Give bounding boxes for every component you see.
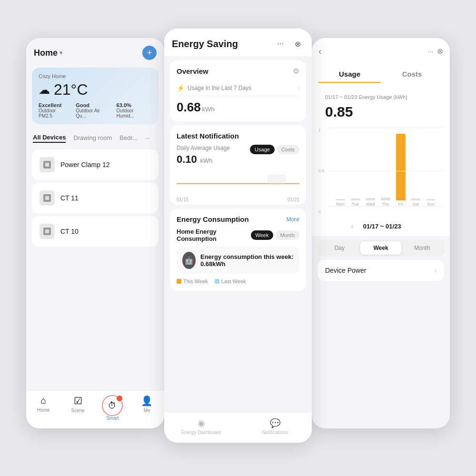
scene-nav-icon: ☑: [74, 395, 82, 407]
chart-section: 01/17 ~ 01/23 Energy Usage (kWh) 0.85 1 …: [312, 87, 450, 216]
header-actions: ··· ⊗: [427, 47, 443, 56]
svg-rect-7: [268, 175, 286, 184]
bar-thu: Thu: [381, 198, 390, 207]
close-icon[interactable]: ⊗: [437, 47, 443, 56]
ec-header: Energy Consumption More: [177, 215, 299, 223]
device-power-label: Device Power: [325, 267, 366, 274]
tab-costs[interactable]: Costs: [381, 66, 443, 83]
prev-period-button[interactable]: ‹: [351, 222, 353, 230]
date-range-label: 01/17 ~ 01/23 Energy Usage (kWh): [318, 90, 443, 102]
grid-line-mid: [328, 171, 443, 171]
add-button[interactable]: +: [142, 46, 157, 60]
costs-button[interactable]: Costs: [277, 145, 299, 154]
bar-chart: 1 0.5 0 Mon Tue: [318, 126, 443, 216]
nav-home[interactable]: ⌂ Home: [26, 395, 61, 421]
period-selector: Day Week Month: [317, 240, 444, 256]
mini-chart: 01/15 01/21: [177, 169, 299, 198]
tab-more[interactable]: ···: [145, 134, 150, 142]
device-ct11[interactable]: CT 11: [32, 183, 159, 213]
bar-sat: Sat: [411, 198, 420, 207]
home-dropdown-icon[interactable]: ▾: [60, 50, 62, 56]
y-label-1: 1: [318, 128, 325, 132]
legend-row: This Week Last Week: [177, 278, 299, 284]
more-options-button[interactable]: ···: [274, 37, 287, 50]
scene-nav-label: Scene: [71, 408, 85, 413]
more-link[interactable]: More: [287, 216, 299, 223]
ec-title: Energy Consumption: [177, 215, 249, 223]
nav-scene[interactable]: ☑ Scene: [61, 395, 96, 421]
me-nav-label: Me: [144, 408, 150, 413]
month-period-button[interactable]: Month: [401, 241, 443, 255]
temperature-value: 21°C: [54, 81, 88, 99]
tab-usage[interactable]: Usage: [318, 66, 381, 83]
weather-card: Cozy Home ☁ 21°C Excellent Outdoor PM2.5…: [32, 68, 159, 124]
nav-me[interactable]: 👤 Me: [130, 395, 165, 421]
usage-costs-tabs: Usage Costs: [312, 62, 450, 87]
svg-rect-3: [45, 196, 49, 200]
bar-sat-rect: [411, 198, 420, 200]
device-name-3: CT 10: [60, 228, 79, 235]
dashboard-icon: ◉: [198, 418, 205, 428]
device-name-1: Power Clamp 12: [60, 161, 110, 169]
home-title-text: Home: [34, 48, 58, 58]
last-week-dot: [215, 279, 219, 284]
bar-sun-rect: [426, 199, 436, 200]
bar-thu-rect: [381, 198, 390, 200]
notifications-nav[interactable]: 💬 Notifications: [238, 418, 312, 435]
energy-dashboard-nav[interactable]: ◉ Energy Dashboard: [164, 418, 238, 435]
tab-bedroom[interactable]: Bedr...: [119, 134, 138, 142]
week-period-button[interactable]: Week: [360, 241, 402, 255]
cloud-icon: ☁: [39, 83, 50, 97]
usage-kwh-value: 0.68: [177, 100, 201, 114]
close-button[interactable]: ⊗: [291, 37, 304, 50]
daily-unit: kWh: [198, 157, 213, 164]
bar-wed-rect: [366, 198, 375, 200]
notifications-icon: 💬: [270, 418, 280, 428]
nav-smart[interactable]: ⏱ Smart: [95, 395, 130, 421]
tab-all-devices[interactable]: All Devices: [33, 134, 66, 143]
robot-icon: 🤖: [182, 252, 196, 269]
back-button[interactable]: ‹: [318, 46, 322, 57]
device-power-row[interactable]: Device Power ›: [317, 260, 444, 281]
day-period-button[interactable]: Day: [319, 241, 360, 255]
device-icon-3: [40, 224, 55, 239]
notification-row: Daily Average Usage 0.10 kWh Usage Costs: [177, 145, 299, 166]
overview-title: Overview: [177, 67, 208, 75]
usage-7days-row[interactable]: ⚡ Usage in the Last 7 Days ›: [177, 80, 299, 96]
daily-value: 0.10: [177, 153, 197, 165]
month-button[interactable]: Month: [275, 230, 299, 240]
pm25-stat: Excellent Outdoor PM2.5: [39, 102, 70, 119]
legend-this-week: This Week: [177, 278, 208, 284]
device-power-chevron: ›: [434, 267, 436, 274]
bar-wed: Wed: [366, 198, 375, 207]
home-energy-label: Home EnergyConsumption: [177, 228, 217, 242]
home-title[interactable]: Home ▾: [34, 48, 62, 58]
more-button[interactable]: ···: [427, 48, 433, 55]
device-ct10[interactable]: CT 10: [32, 216, 159, 247]
weather-temp: ☁ 21°C: [39, 81, 152, 99]
tab-drawing-room[interactable]: Drawing room: [73, 134, 112, 142]
week-button[interactable]: Week: [251, 230, 274, 240]
bar-mon: Mon: [336, 199, 345, 207]
current-period-label: 01/17 ~ 01/23: [363, 223, 401, 230]
device-name-2: CT 11: [60, 194, 79, 202]
home-nav-label: Home: [37, 407, 50, 413]
bolt-icon: ⚡: [177, 84, 185, 92]
svg-rect-1: [45, 163, 49, 167]
grid-line-top: [328, 128, 443, 128]
bar-tue: Tue: [351, 198, 360, 207]
energy-consumption-text: Energy consumption this week: 0.68kWh: [200, 253, 294, 268]
device-power-clamp[interactable]: Power Clamp 12: [32, 149, 159, 180]
settings-icon[interactable]: ⚙: [293, 67, 299, 76]
week-month-row: Home EnergyConsumption Week Month: [177, 228, 299, 242]
energy-saving-title: Energy Saving: [172, 39, 238, 50]
date-navigation: ‹ 01/17 ~ 01/23: [312, 216, 450, 236]
device-icon-1: [40, 157, 55, 172]
energy-consumption-card: Energy Consumption More Home EnergyConsu…: [170, 208, 306, 291]
overview-header: Overview ⚙: [177, 67, 299, 76]
screen-home: Home ▾ + Cozy Home ☁ 21°C Excellent Outd…: [26, 38, 164, 428]
y-axis: 1 0.5 0: [318, 126, 325, 216]
weather-stats: Excellent Outdoor PM2.5 Good Outdoor Air…: [39, 102, 152, 119]
usage-button[interactable]: Usage: [250, 145, 275, 154]
usage-costs-header: ‹ ··· ⊗: [312, 38, 450, 62]
